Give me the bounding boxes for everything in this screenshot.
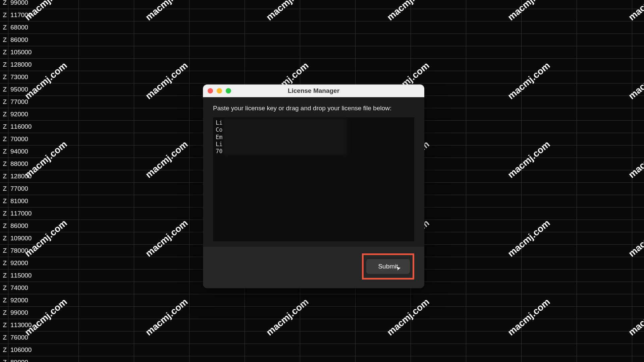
empty-cell[interactable] bbox=[134, 307, 190, 319]
titlebar[interactable]: License Manager bbox=[203, 84, 424, 97]
empty-cell[interactable] bbox=[79, 108, 134, 121]
submit-button[interactable]: Submit bbox=[366, 259, 410, 274]
empty-cell[interactable] bbox=[577, 96, 632, 108]
empty-cell[interactable] bbox=[79, 195, 134, 207]
empty-cell[interactable] bbox=[522, 0, 577, 9]
empty-cell[interactable] bbox=[577, 145, 632, 158]
empty-cell[interactable] bbox=[466, 9, 522, 21]
empty-cell[interactable] bbox=[632, 220, 644, 232]
empty-cell[interactable] bbox=[466, 331, 522, 344]
empty-cell[interactable] bbox=[632, 344, 644, 356]
empty-cell[interactable] bbox=[632, 83, 644, 96]
empty-cell[interactable] bbox=[466, 83, 522, 96]
empty-cell[interactable] bbox=[300, 46, 356, 59]
empty-cell[interactable] bbox=[134, 83, 190, 96]
empty-cell[interactable] bbox=[577, 319, 632, 331]
empty-cell[interactable] bbox=[577, 207, 632, 220]
empty-cell[interactable] bbox=[632, 71, 644, 83]
empty-cell[interactable] bbox=[577, 344, 632, 356]
value-cell[interactable]: 99000 bbox=[8, 307, 79, 319]
empty-cell[interactable] bbox=[577, 356, 632, 362]
empty-cell[interactable] bbox=[411, 9, 466, 21]
value-cell[interactable]: 86000 bbox=[8, 34, 79, 46]
empty-cell[interactable] bbox=[356, 344, 411, 356]
value-cell[interactable]: 92000 bbox=[8, 108, 79, 121]
empty-cell[interactable] bbox=[134, 331, 190, 344]
row-id-cell[interactable]: Z bbox=[0, 83, 8, 96]
value-cell[interactable]: 109000 bbox=[8, 232, 79, 245]
row-id-cell[interactable]: Z bbox=[0, 220, 8, 232]
value-cell[interactable]: 99000 bbox=[8, 0, 79, 9]
value-cell[interactable]: 113000 bbox=[8, 319, 79, 331]
empty-cell[interactable] bbox=[134, 232, 190, 245]
empty-cell[interactable] bbox=[79, 319, 134, 331]
empty-cell[interactable] bbox=[577, 46, 632, 59]
empty-cell[interactable] bbox=[411, 319, 466, 331]
empty-cell[interactable] bbox=[190, 344, 245, 356]
empty-cell[interactable] bbox=[134, 319, 190, 331]
row-id-cell[interactable]: Z bbox=[0, 158, 8, 170]
row-id-cell[interactable]: Z bbox=[0, 344, 8, 356]
empty-cell[interactable] bbox=[577, 71, 632, 83]
empty-cell[interactable] bbox=[466, 294, 522, 307]
empty-cell[interactable] bbox=[411, 307, 466, 319]
empty-cell[interactable] bbox=[190, 21, 245, 34]
empty-cell[interactable] bbox=[134, 294, 190, 307]
empty-cell[interactable] bbox=[411, 331, 466, 344]
empty-cell[interactable] bbox=[522, 59, 577, 71]
empty-cell[interactable] bbox=[79, 307, 134, 319]
empty-cell[interactable] bbox=[577, 21, 632, 34]
empty-cell[interactable] bbox=[190, 319, 245, 331]
empty-cell[interactable] bbox=[134, 269, 190, 282]
empty-cell[interactable] bbox=[190, 59, 245, 71]
empty-cell[interactable] bbox=[134, 59, 190, 71]
empty-cell[interactable] bbox=[577, 9, 632, 21]
empty-cell[interactable] bbox=[466, 195, 522, 207]
empty-cell[interactable] bbox=[79, 46, 134, 59]
value-cell[interactable]: 128000 bbox=[8, 59, 79, 71]
empty-cell[interactable] bbox=[466, 269, 522, 282]
empty-cell[interactable] bbox=[79, 133, 134, 145]
value-cell[interactable]: 86000 bbox=[8, 220, 79, 232]
empty-cell[interactable] bbox=[577, 232, 632, 245]
empty-cell[interactable] bbox=[79, 220, 134, 232]
empty-cell[interactable] bbox=[411, 294, 466, 307]
empty-cell[interactable] bbox=[190, 0, 245, 9]
row-id-cell[interactable]: Z bbox=[0, 257, 8, 269]
empty-cell[interactable] bbox=[577, 257, 632, 269]
value-cell[interactable]: 95000 bbox=[8, 83, 79, 96]
empty-cell[interactable] bbox=[577, 59, 632, 71]
empty-cell[interactable] bbox=[632, 294, 644, 307]
row-id-cell[interactable]: Z bbox=[0, 245, 8, 257]
empty-cell[interactable] bbox=[300, 59, 356, 71]
empty-cell[interactable] bbox=[632, 145, 644, 158]
empty-cell[interactable] bbox=[632, 356, 644, 362]
row-id-cell[interactable]: Z bbox=[0, 195, 8, 207]
empty-cell[interactable] bbox=[632, 0, 644, 9]
empty-cell[interactable] bbox=[190, 331, 245, 344]
empty-cell[interactable] bbox=[522, 331, 577, 344]
row-id-cell[interactable]: Z bbox=[0, 356, 8, 362]
empty-cell[interactable] bbox=[190, 34, 245, 46]
empty-cell[interactable] bbox=[134, 108, 190, 121]
empty-cell[interactable] bbox=[300, 9, 356, 21]
value-cell[interactable]: 81000 bbox=[8, 195, 79, 207]
row-id-cell[interactable]: Z bbox=[0, 108, 8, 121]
row-id-cell[interactable]: Z bbox=[0, 183, 8, 195]
empty-cell[interactable] bbox=[522, 220, 577, 232]
row-id-cell[interactable]: Z bbox=[0, 9, 8, 21]
empty-cell[interactable] bbox=[522, 170, 577, 183]
row-id-cell[interactable]: Z bbox=[0, 207, 8, 220]
empty-cell[interactable] bbox=[190, 356, 245, 362]
row-id-cell[interactable]: Z bbox=[0, 294, 8, 307]
empty-cell[interactable] bbox=[522, 121, 577, 133]
row-id-cell[interactable]: Z bbox=[0, 34, 8, 46]
empty-cell[interactable] bbox=[522, 269, 577, 282]
empty-cell[interactable] bbox=[134, 282, 190, 294]
empty-cell[interactable] bbox=[300, 21, 356, 34]
empty-cell[interactable] bbox=[134, 220, 190, 232]
row-id-cell[interactable]: Z bbox=[0, 331, 8, 344]
empty-cell[interactable] bbox=[466, 257, 522, 269]
empty-cell[interactable] bbox=[466, 245, 522, 257]
empty-cell[interactable] bbox=[245, 344, 300, 356]
